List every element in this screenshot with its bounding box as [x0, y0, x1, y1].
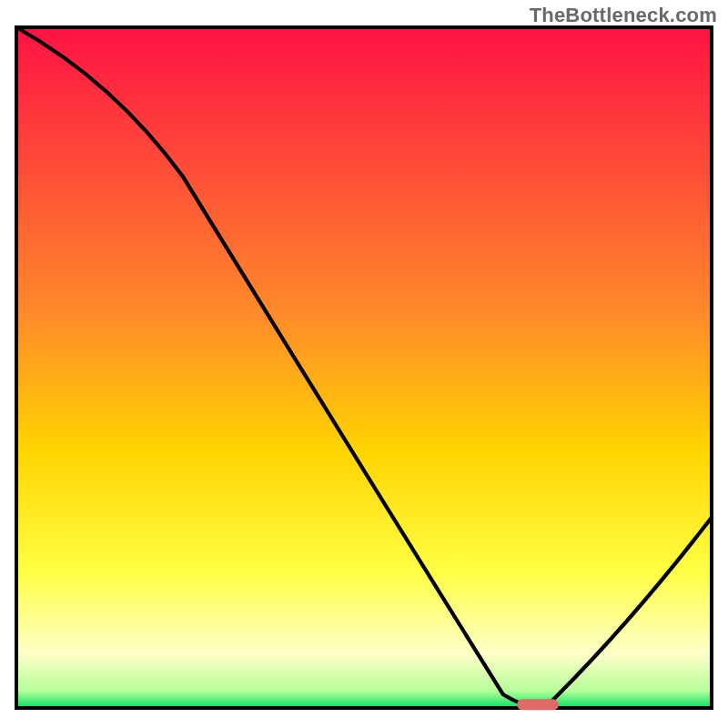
plot-background — [16, 27, 712, 708]
chart-container: TheBottleneck.com — [0, 0, 728, 728]
bottleneck-curve-chart — [0, 0, 728, 728]
optimum-marker — [517, 699, 559, 710]
